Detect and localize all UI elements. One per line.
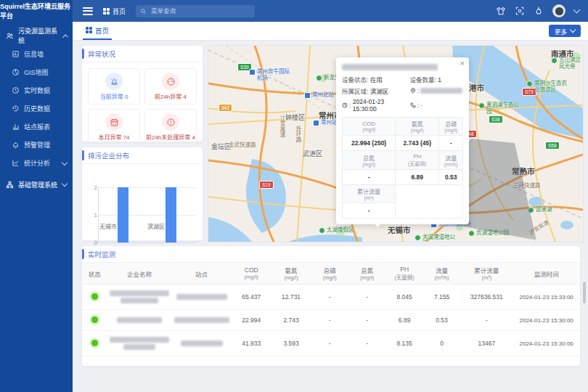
clock-icon [12, 86, 20, 94]
enterprise-distribution-panel: 排污企业分布 2 1 0 无锡市 滨湖区 [81, 147, 203, 241]
bar-binhu[interactable] [166, 187, 176, 242]
location-pin-icon [410, 88, 416, 94]
park-poi-icon [478, 102, 485, 109]
sidebar-section-base-mgmt[interactable]: 基础管理系统 [0, 175, 73, 194]
road-badge: S19 [259, 181, 274, 189]
siren-icon [110, 77, 119, 86]
warning-circle-icon [166, 118, 176, 127]
breadcrumb[interactable]: 首页 [103, 7, 126, 16]
table-row[interactable]: 41.9333.593 -- 8.1350 134672024-01-23 15… [82, 331, 580, 356]
park-poi-icon [415, 234, 421, 241]
panel-title: 排污企业分布 [82, 147, 203, 164]
collapse-chevron-icon [62, 33, 68, 39]
panel-title: 实时监测 [82, 246, 580, 263]
page-scrollbar-thumb[interactable] [583, 282, 586, 303]
sidebar-section-pollution-monitor[interactable]: 污染源监测系统 [0, 26, 73, 45]
redacted-station [181, 340, 223, 346]
x-category: 无锡市 [86, 222, 130, 230]
search-icon [140, 8, 147, 15]
sidebar-section-label: 污染源监测系统 [18, 26, 59, 45]
park-poi-icon [316, 75, 322, 81]
table-row[interactable]: 65.43712.731 -- 8.0457.155 327636.531202… [82, 285, 580, 310]
device-status: 在用 [370, 76, 383, 83]
hamburger-menu-icon[interactable] [83, 5, 93, 17]
app-window: Squirrel生态环境云服务平台 首页 污染源监测系统 信息墙 [0, 0, 588, 392]
calendar-icon [110, 118, 119, 127]
metric-value: - [343, 203, 396, 219]
bar-wuxi[interactable] [118, 187, 128, 242]
metric-value: 2.743 (45) [396, 136, 439, 151]
metric-value: 0.53 [439, 170, 463, 185]
theme-skin-icon[interactable] [496, 6, 506, 16]
fullscreen-capture-icon[interactable] [515, 6, 525, 16]
users-icon [6, 32, 14, 40]
map-poi: 常州北站 [304, 92, 334, 99]
user-menu-chevron-icon[interactable] [573, 7, 581, 14]
home-tab-icon [86, 27, 92, 33]
station-poi-icon [304, 92, 311, 99]
notification-flame-icon[interactable] [534, 6, 544, 16]
sidebar-section-label: 基础管理系统 [18, 180, 57, 189]
y-tick: 2 [90, 184, 97, 191]
road-badge: S38 [489, 115, 503, 123]
metric-value: - [343, 170, 396, 185]
redacted-company [110, 337, 169, 343]
redacted-company [121, 298, 158, 303]
sidebar-item-site-report[interactable]: 站点报表 [0, 118, 73, 136]
realtime-monitor-panel: 实时监测 状态 企业名称 站点 COD(mg/l) 氨氮(mg/l) 总磷(mg… [81, 245, 581, 367]
map-poi: 常阴沙生态农业旅游区 [526, 81, 572, 93]
redacted-company [117, 317, 162, 323]
bar-report-icon [12, 123, 20, 131]
park-poi-icon [526, 81, 533, 87]
table-row[interactable]: 22.9942.743 -- 6.890.53 -2024-01-23 15:3… [82, 310, 580, 331]
tab-home[interactable]: 首页 [83, 22, 112, 40]
more-button[interactable]: 更多 [549, 25, 581, 37]
metric-value: 22.994 (250) [343, 136, 396, 151]
x-category: 滨湖区 [134, 222, 178, 230]
status-dot-green [91, 293, 98, 300]
stat-24h-abnormal[interactable]: 前24h异常 4 [144, 68, 197, 105]
stat-month-abnormal[interactable]: 本月异常 74 [88, 109, 140, 145]
redacted-company [123, 344, 155, 350]
search-input[interactable] [150, 7, 240, 15]
stat-current-abnormal[interactable]: 当前异常 0 [88, 68, 140, 105]
history-icon [12, 105, 20, 113]
sidebar-item-alert-mgmt[interactable]: 预警管理 [0, 136, 73, 154]
clock-icon [342, 102, 348, 108]
user-avatar[interactable] [552, 4, 565, 17]
map-poi: 昆承湖 [528, 207, 552, 213]
alert-bell-icon [12, 141, 20, 149]
status-dot-green [91, 340, 98, 346]
sidebar-item-realtime-data[interactable]: 实时数据 [0, 81, 73, 99]
sidebar-item-history-data[interactable]: 历史数据 [0, 99, 73, 118]
stat-24h-unhandled[interactable]: 前24h未处理异常 4 [144, 109, 197, 145]
sidebar-item-gis-map[interactable]: GIS地图 [0, 63, 73, 81]
park-poi-icon [528, 207, 534, 213]
map-poi: 贡湖湿地公园 [468, 230, 509, 237]
park-poi-icon [468, 230, 475, 237]
gis-map-canvas[interactable]: G42 S39 S38 S48 342 G2 S58 S19 S75 122 常… [208, 45, 584, 242]
redacted-address [420, 88, 462, 94]
bar-chart: 2 1 0 无锡市 滨湖区 [82, 164, 203, 241]
redacted-station [174, 317, 229, 323]
gauge-icon [166, 77, 176, 86]
road-badge: 342 [219, 104, 232, 112]
menu-search-box[interactable] [136, 5, 255, 17]
sidebar-item-info-wall[interactable]: 信息墙 [0, 45, 73, 63]
map-poi: 常州奔牛国际机场 [249, 69, 295, 81]
panel-title: 异常状况 [82, 46, 203, 62]
sidebar-item-statistics[interactable]: 统计分析 [0, 154, 73, 172]
breadcrumb-home: 首页 [113, 7, 126, 16]
stats-line-icon [12, 159, 20, 167]
realtime-table: 状态 企业名称 站点 COD(mg/l) 氨氮(mg/l) 总磷(mg/l) 总… [82, 263, 580, 356]
station-poi-icon [313, 120, 319, 126]
popup-metrics-table: COD(mg/l) 氨氮(mg/l) 总磷(mg/l) 22.994 (250)… [342, 117, 463, 219]
home-grid-icon [103, 8, 110, 15]
sidebar-nav: 污染源监测系统 信息墙 GIS地图 实时数据 历史数据 站点报表 预警管理 [0, 22, 73, 392]
map-poi: 黄泗浦生态公园 [478, 102, 524, 115]
app-logo: Squirrel生态环境云服务平台 [0, 0, 73, 22]
popup-close-icon[interactable]: × [460, 60, 465, 67]
y-tick: 1 [90, 212, 97, 219]
road-badge: S58 [545, 142, 560, 150]
redacted-company [110, 290, 169, 296]
